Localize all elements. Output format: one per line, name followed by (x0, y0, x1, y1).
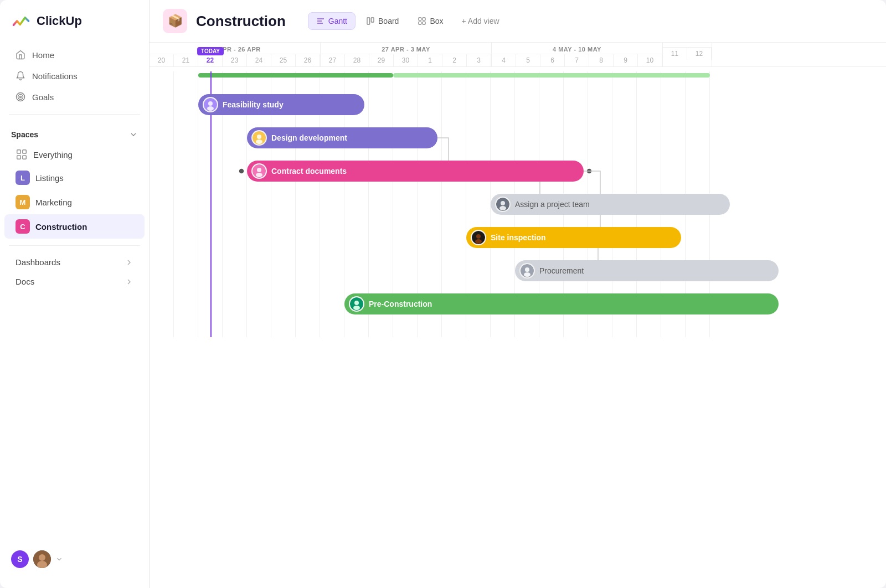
add-view-label: + Add view (462, 17, 499, 25)
avatar-dropdown-icon[interactable] (55, 555, 63, 563)
sidebar-space-construction[interactable]: C Construction (4, 214, 145, 239)
task-label: Assign a project team (515, 200, 590, 209)
svg-rect-3 (17, 150, 20, 153)
gantt-day-label: 26 (296, 54, 320, 66)
task-bar-site-inspection[interactable]: Site inspection (466, 227, 681, 248)
gantt-day-label: 10 (638, 54, 662, 66)
gantt-day-label: 28 (345, 54, 369, 66)
task-avatar (251, 130, 267, 146)
view-tabs: Gantt Board Box + Add view (308, 12, 507, 30)
gantt-day-label: 1 (418, 54, 442, 66)
task-row: Procurement (150, 254, 710, 287)
dashboards-label: Dashboards (16, 257, 60, 267)
home-icon (16, 50, 25, 60)
svg-rect-14 (371, 18, 374, 22)
task-row: Feasibility study (150, 88, 710, 121)
sidebar-item-home[interactable]: Home (4, 44, 145, 65)
task-avatar (349, 296, 364, 312)
svg-rect-6 (23, 156, 26, 159)
gantt-day-label: 23 (223, 54, 247, 66)
board-tab-label: Board (378, 17, 399, 25)
board-icon (366, 17, 375, 25)
everything-icon (16, 148, 28, 161)
svg-point-25 (257, 135, 261, 139)
main-content: 📦 Construction Gantt Board Box + Add vie… (150, 0, 886, 588)
logo: ClickUp (0, 11, 149, 44)
goals-icon (16, 92, 25, 102)
task-label: Pre-Construction (369, 300, 432, 308)
week-group: 1112 (663, 43, 712, 66)
chevron-right-icon (125, 258, 133, 267)
sidebar-item-everything[interactable]: Everything (4, 143, 145, 166)
week-label: 27 APR - 3 MAY (321, 43, 491, 54)
gantt-day-label: 11 (663, 48, 687, 60)
task-bar-contract-documents[interactable]: Contract documents (247, 161, 584, 182)
task-bar-feasibility-study[interactable]: Feasibility study (198, 94, 364, 115)
sidebar-space-listings[interactable]: L Listings (4, 166, 145, 190)
svg-point-35 (475, 239, 482, 244)
svg-point-34 (476, 234, 481, 239)
svg-rect-13 (367, 18, 370, 24)
gantt-icon (316, 17, 325, 25)
svg-point-2 (20, 96, 22, 98)
svg-point-22 (208, 101, 213, 106)
gantt-day-label: 3 (467, 54, 491, 66)
svg-rect-17 (419, 22, 421, 24)
svg-point-26 (256, 140, 262, 144)
tab-gantt[interactable]: Gantt (308, 12, 356, 30)
gantt-day-label: 6 (540, 54, 565, 66)
gantt-day-label: 27 (321, 54, 345, 66)
task-label: Feasibility study (223, 100, 284, 109)
gantt-header: 20 APR - 26 APR2021222324252627 APR - 3 … (150, 43, 886, 67)
sidebar: ClickUp Home Notifications Goals Spaces … (0, 0, 150, 588)
task-bar-design-development[interactable]: Design development (247, 127, 437, 148)
gantt-day-label: 4 (492, 54, 516, 66)
sidebar-item-notifications[interactable]: Notifications (4, 65, 145, 86)
tab-box[interactable]: Box (409, 12, 451, 30)
sidebar-dashboards[interactable]: Dashboards (4, 252, 145, 272)
week-label: 20 APR - 26 APR (150, 43, 320, 54)
gantt-body: Feasibility studyDesign developmentContr… (150, 71, 710, 337)
svg-point-29 (256, 173, 262, 177)
svg-rect-18 (423, 22, 426, 24)
construction-label: Construction (35, 222, 87, 231)
sidebar-docs[interactable]: Docs (4, 272, 145, 291)
week-group: 27 APR - 3 MAY27282930123 (321, 43, 492, 66)
logo-text: ClickUp (37, 14, 82, 28)
construction-badge: C (16, 219, 30, 234)
gantt-chart-area[interactable]: 20 APR - 26 APR2021222324252627 APR - 3 … (150, 43, 886, 588)
gantt-day-label: 25 (271, 54, 296, 66)
user-avatar-2[interactable] (33, 550, 51, 568)
project-icon: 📦 (163, 9, 187, 33)
sidebar-item-goals[interactable]: Goals (4, 86, 145, 107)
goals-label: Goals (32, 92, 54, 102)
gantt-day-label: 7 (565, 54, 589, 66)
week-label (663, 43, 712, 48)
avatar-bar: S (0, 541, 149, 577)
task-label: Design development (271, 133, 347, 142)
chevron-right-icon-2 (125, 277, 133, 286)
user-avatar-s[interactable]: S (11, 550, 29, 568)
box-icon (418, 17, 426, 25)
task-bar-pre-construction[interactable]: Pre-Construction (344, 293, 779, 314)
week-group: 4 MAY - 10 MAY45678910 (492, 43, 663, 66)
sidebar-space-marketing[interactable]: M Marketing (4, 190, 145, 214)
gantt-day-label: 2 (442, 54, 467, 66)
notifications-label: Notifications (32, 71, 78, 81)
task-bar-assign-a-project-team[interactable]: Assign a project team (491, 194, 730, 215)
add-view-button[interactable]: + Add view (454, 13, 507, 29)
avatar-face-icon (33, 550, 51, 568)
marketing-badge: M (16, 195, 30, 209)
svg-point-41 (353, 306, 360, 310)
svg-rect-5 (17, 156, 20, 159)
svg-point-8 (39, 554, 45, 561)
tab-board[interactable]: Board (358, 12, 407, 30)
gantt-day-label: 29 (369, 54, 394, 66)
task-bar-procurement[interactable]: Procurement (515, 260, 779, 281)
task-avatar (251, 163, 267, 179)
chevron-down-icon[interactable] (129, 130, 138, 139)
svg-rect-16 (423, 18, 426, 20)
svg-point-23 (207, 106, 214, 111)
task-avatar (471, 230, 486, 245)
task-avatar (519, 263, 535, 278)
